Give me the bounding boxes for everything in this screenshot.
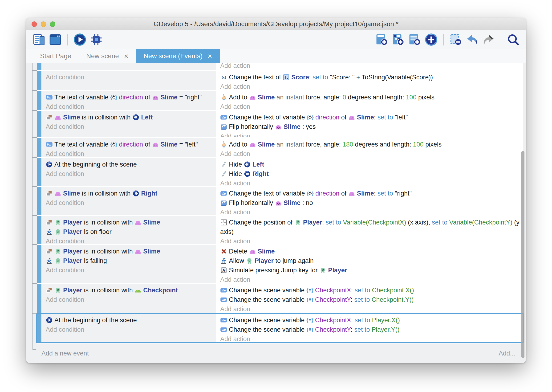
action-line[interactable]: Flip horizontally Slime : yes xyxy=(220,122,520,132)
actions-panel[interactable]: Change the position of Player: set to Va… xyxy=(217,216,523,244)
delete-event-icon[interactable] xyxy=(449,33,462,46)
action-line[interactable]: Allow Player to jump again xyxy=(220,256,520,266)
add-condition-link[interactable]: Add condition xyxy=(46,237,213,244)
action-line[interactable]: Add to Slime an instant force, angle: 0 … xyxy=(220,93,520,102)
event-row[interactable]: VarThe text of variable {}direction of S… xyxy=(37,91,523,110)
event-drag-bar[interactable] xyxy=(37,111,41,137)
add-more-link[interactable]: Add... xyxy=(498,350,515,357)
action-line[interactable]: VarChange the scene variable {}Checkpoin… xyxy=(220,325,520,334)
conditions-panel[interactable]: Add condition xyxy=(42,71,216,90)
add-action-link[interactable]: Add action xyxy=(220,275,520,283)
add-condition-link[interactable]: Add condition xyxy=(46,149,213,157)
actions-panel[interactable]: Hide LeftHide RightAdd action xyxy=(217,158,523,186)
add-action-link[interactable]: Add action xyxy=(220,179,520,186)
add-event-icon[interactable] xyxy=(375,33,388,46)
add-condition-link[interactable]: Add condition xyxy=(46,122,213,132)
conditions-panel[interactable] xyxy=(42,63,216,70)
conditions-panel[interactable]: VarThe text of variable {}direction of S… xyxy=(42,138,216,157)
add-action-link[interactable]: Add action xyxy=(220,304,520,313)
action-line[interactable]: Hide Right xyxy=(220,169,520,179)
action-line[interactable]: Add to Slime an instant force, angle: 18… xyxy=(220,140,520,149)
condition-line[interactable]: Player is in collision with Slime xyxy=(46,247,213,256)
event-row[interactable]: Add conditiontxtChange the text of TxSco… xyxy=(37,71,523,90)
condition-line[interactable]: Slime is in collision with Right xyxy=(46,189,213,198)
event-drag-bar[interactable] xyxy=(37,187,41,215)
event-row[interactable]: Add action xyxy=(37,63,523,70)
event-drag-bar[interactable] xyxy=(37,138,41,157)
add-action-link[interactable]: Add action xyxy=(220,102,520,110)
minimize-window-button[interactable] xyxy=(41,21,46,27)
tab-close-icon[interactable]: × xyxy=(124,52,129,60)
action-line[interactable]: Delete Slime xyxy=(220,247,520,256)
actions-panel[interactable]: txtChange the text of TxScore: set to "S… xyxy=(217,71,523,90)
add-condition-link[interactable]: Add condition xyxy=(46,295,213,304)
add-comment-icon[interactable] xyxy=(408,33,421,46)
event-row[interactable]: Slime is in collision with RightAdd cond… xyxy=(37,187,523,215)
close-window-button[interactable] xyxy=(32,21,37,27)
condition-line[interactable]: Slime is in collision with Left xyxy=(46,113,213,122)
condition-line[interactable]: VarThe text of variable {}direction of S… xyxy=(46,93,213,102)
conditions-panel[interactable]: VarThe text of variable {}direction of S… xyxy=(42,91,216,110)
event-drag-bar[interactable] xyxy=(37,91,41,110)
action-line[interactable]: VarChange the scene variable {}Checkpoin… xyxy=(220,315,520,325)
preview-play-icon[interactable] xyxy=(74,33,86,46)
add-condition-link[interactable]: Add condition xyxy=(46,73,213,82)
add-condition-link[interactable]: Add condition xyxy=(46,198,213,208)
add-action-link[interactable]: Add action xyxy=(220,149,520,157)
add-action-link[interactable]: Add action xyxy=(220,334,520,342)
add-action-link[interactable]: Add action xyxy=(220,82,520,90)
actions-panel[interactable]: Add to Slime an instant force, angle: 0 … xyxy=(217,91,523,110)
actions-panel[interactable]: Add to Slime an instant force, angle: 18… xyxy=(217,138,523,157)
tab-new-scene[interactable]: New scene× xyxy=(79,49,136,63)
event-row[interactable]: Player is in collision with CheckpointAd… xyxy=(37,284,523,313)
tab-new-scene-events[interactable]: New scene (Events)× xyxy=(136,49,220,63)
tab-close-icon[interactable]: × xyxy=(208,52,212,60)
undo-icon[interactable] xyxy=(466,33,478,46)
actions-panel[interactable]: VarChange the scene variable {}Checkpoin… xyxy=(217,314,523,342)
event-drag-bar[interactable] xyxy=(37,284,41,313)
action-line[interactable]: Flip horizontally Slime : no xyxy=(220,198,520,208)
condition-line[interactable]: Player is in collision with Slime xyxy=(46,218,213,227)
condition-line[interactable]: At the beginning of the scene xyxy=(46,160,213,169)
conditions-panel[interactable]: Player is in collision with SlimePlayer … xyxy=(42,216,216,244)
conditions-panel[interactable]: Player is in collision with CheckpointAd… xyxy=(42,284,216,313)
event-drag-bar[interactable] xyxy=(37,71,41,90)
event-row[interactable]: At the beginning of the sceneAdd conditi… xyxy=(37,158,523,186)
action-line[interactable]: VarChange the text of variable {}directi… xyxy=(220,113,520,122)
add-condition-link[interactable]: Add condition xyxy=(46,169,213,179)
actions-panel[interactable]: VarChange the text of variable {}directi… xyxy=(217,111,523,137)
event-drag-bar[interactable] xyxy=(37,63,41,70)
event-row[interactable]: Player is in collision with SlimePlayer … xyxy=(37,245,523,283)
add-action-link[interactable]: Add action xyxy=(220,132,520,137)
action-line[interactable]: Change the position of Player: set to Va… xyxy=(220,218,520,237)
event-row[interactable]: At the beginning of the sceneAdd conditi… xyxy=(37,314,523,342)
event-drag-bar[interactable] xyxy=(37,158,41,186)
action-line[interactable]: VarChange the scene variable {}Checkpoin… xyxy=(220,286,520,295)
actions-panel[interactable]: Add action xyxy=(217,63,523,70)
action-line[interactable]: ASimulate pressing Jump key for Player xyxy=(220,266,520,275)
actions-panel[interactable]: VarChange the scene variable {}Checkpoin… xyxy=(217,284,523,313)
debug-icon[interactable] xyxy=(90,33,103,46)
conditions-panel[interactable]: Slime is in collision with LeftAdd condi… xyxy=(42,111,216,137)
conditions-panel[interactable]: Player is in collision with SlimePlayer … xyxy=(42,245,216,283)
add-condition-link[interactable]: Add condition xyxy=(46,266,213,275)
action-line[interactable]: txtChange the text of TxScore: set to "S… xyxy=(220,73,520,82)
event-drag-bar[interactable] xyxy=(37,216,41,244)
tab-start-page[interactable]: Start Page xyxy=(33,49,79,63)
conditions-panel[interactable]: At the beginning of the sceneAdd conditi… xyxy=(42,314,216,342)
event-row[interactable]: Player is in collision with SlimePlayer … xyxy=(37,216,523,244)
actions-panel[interactable]: VarChange the text of variable {}directi… xyxy=(217,187,523,215)
scene-editor-icon[interactable] xyxy=(49,33,62,46)
add-action-link[interactable]: Add action xyxy=(220,63,520,70)
add-subevent-icon[interactable] xyxy=(392,33,405,46)
redo-icon[interactable] xyxy=(482,33,495,46)
search-icon[interactable] xyxy=(507,33,519,46)
add-condition-link[interactable]: Add condition xyxy=(46,102,213,110)
condition-line[interactable]: Player is falling xyxy=(46,256,213,266)
condition-line[interactable]: Player is in collision with Checkpoint xyxy=(46,286,213,295)
conditions-panel[interactable]: At the beginning of the sceneAdd conditi… xyxy=(42,158,216,186)
add-new-event-link[interactable]: Add a new event xyxy=(41,350,89,357)
conditions-panel[interactable]: Slime is in collision with RightAdd cond… xyxy=(42,187,216,215)
event-drag-bar[interactable] xyxy=(37,245,41,283)
condition-line[interactable]: Player is on floor xyxy=(46,227,213,237)
